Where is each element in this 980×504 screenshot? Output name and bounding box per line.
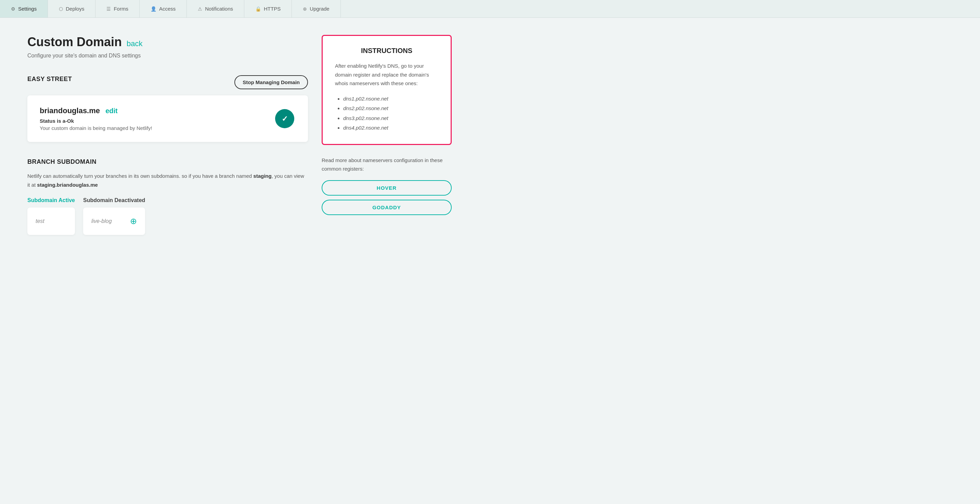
edit-domain-link[interactable]: edit bbox=[105, 107, 118, 114]
tab-https[interactable]: 🔒 HTTPS bbox=[244, 0, 292, 17]
access-icon: 👤 bbox=[151, 6, 156, 12]
subdomain-deactivated-label: Subdomain Deactivated bbox=[83, 197, 145, 203]
read-more-text: Read more about nameservers configuratio… bbox=[321, 156, 452, 173]
domain-status-label: Status is a-Ok bbox=[40, 118, 152, 124]
page-title: Custom Domain bbox=[27, 35, 122, 49]
easy-street-header: EASY STREET Stop Managing Domain bbox=[27, 75, 308, 89]
settings-icon: ⚙ bbox=[11, 6, 15, 12]
dns-server-1: dns1.p02.nsone.net bbox=[343, 94, 438, 104]
upgrade-icon: ⊕ bbox=[303, 6, 307, 12]
subdomain-active-column: Subdomain Active test bbox=[27, 197, 75, 235]
hover-button[interactable]: HOVER bbox=[321, 180, 452, 196]
top-navigation: ⚙ Settings ⬡ Deploys ☰ Forms 👤 Access ⚠ … bbox=[0, 0, 980, 18]
subdomain-deactivated-card: live-blog ⊕ bbox=[83, 208, 145, 235]
tab-forms[interactable]: ☰ Forms bbox=[95, 0, 140, 17]
instructions-panel: INSTRUCTIONS After enabling Netlify's DN… bbox=[321, 35, 452, 145]
main-container: Custom Domain back Configure your site's… bbox=[0, 18, 479, 252]
verified-badge: ✓ bbox=[274, 108, 296, 130]
right-column: INSTRUCTIONS After enabling Netlify's DN… bbox=[321, 35, 452, 235]
notifications-icon: ⚠ bbox=[198, 6, 202, 12]
tab-settings[interactable]: ⚙ Settings bbox=[0, 0, 48, 17]
domain-name: briandouglas.me edit bbox=[40, 106, 152, 115]
godaddy-button[interactable]: GODADDY bbox=[321, 200, 452, 215]
domain-status-description: Your custom domain is being managed by N… bbox=[40, 125, 152, 131]
subdomain-row: Subdomain Active test Subdomain Deactiva… bbox=[27, 197, 308, 235]
dns-server-3: dns3.p02.nsone.net bbox=[343, 114, 438, 124]
dns-list: dns1.p02.nsone.net dns2.p02.nsone.net dn… bbox=[335, 94, 438, 133]
stop-managing-button[interactable]: Stop Managing Domain bbox=[234, 75, 308, 89]
easy-street-title: EASY STREET bbox=[27, 76, 72, 83]
domain-card: briandouglas.me edit Status is a-Ok Your… bbox=[27, 95, 308, 142]
tab-deploys[interactable]: ⬡ Deploys bbox=[48, 0, 95, 17]
back-link[interactable]: back bbox=[127, 39, 142, 48]
branch-description: Netlify can automatically turn your bran… bbox=[27, 172, 308, 189]
page-title-row: Custom Domain back bbox=[27, 35, 308, 49]
domain-info: briandouglas.me edit Status is a-Ok Your… bbox=[40, 106, 152, 131]
page-subtitle: Configure your site's domain and DNS set… bbox=[27, 53, 308, 59]
add-subdomain-button[interactable]: ⊕ bbox=[130, 217, 137, 225]
tab-access[interactable]: 👤 Access bbox=[140, 0, 187, 17]
branch-subdomain-title: BRANCH SUBDOMAIN bbox=[27, 158, 308, 165]
deploys-icon: ⬡ bbox=[59, 6, 63, 12]
tab-upgrade[interactable]: ⊕ Upgrade bbox=[292, 0, 341, 17]
subdomain-active-card: test bbox=[27, 208, 75, 235]
dns-server-4: dns4.p02.nsone.net bbox=[343, 123, 438, 133]
instructions-body: After enabling Netlify's DNS, go to your… bbox=[335, 62, 438, 88]
https-icon: 🔒 bbox=[255, 6, 261, 12]
subdomain-active-label: Subdomain Active bbox=[27, 197, 75, 203]
deactivated-domain-text: live-blog bbox=[91, 218, 112, 224]
tab-notifications[interactable]: ⚠ Notifications bbox=[187, 0, 244, 17]
forms-icon: ☰ bbox=[107, 6, 111, 12]
dns-server-2: dns2.p02.nsone.net bbox=[343, 104, 438, 114]
svg-text:✓: ✓ bbox=[282, 114, 288, 123]
left-column: Custom Domain back Configure your site's… bbox=[27, 35, 308, 235]
active-domain-text: test bbox=[36, 218, 45, 224]
subdomain-deactivated-column: Subdomain Deactivated live-blog ⊕ bbox=[83, 197, 145, 235]
instructions-title: INSTRUCTIONS bbox=[335, 47, 438, 55]
